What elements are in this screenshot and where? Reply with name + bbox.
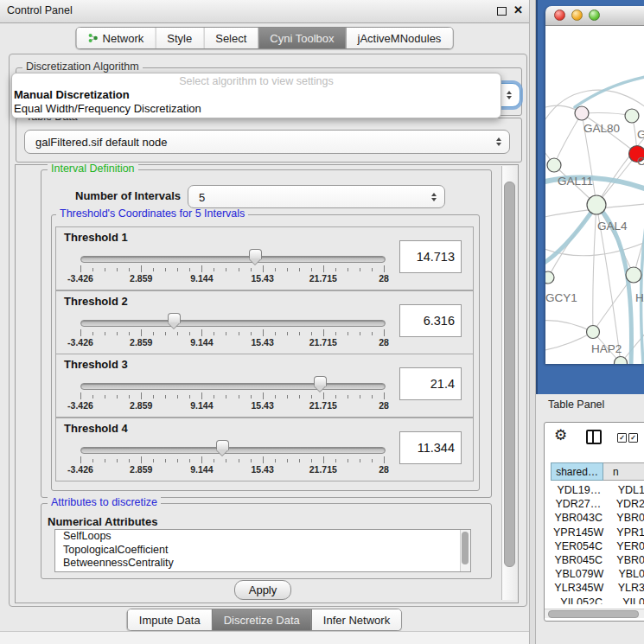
- table-cell[interactable]: YPR145W: [545, 526, 612, 539]
- attribute-item-topologicalcoefficient[interactable]: TopologicalCoefficient: [55, 544, 470, 558]
- table-panel-title: Table Panel: [548, 399, 604, 411]
- threshold-slider-track[interactable]: [80, 383, 386, 390]
- network-node-2[interactable]: [625, 109, 639, 123]
- network-node-1[interactable]: [575, 106, 589, 120]
- attributes-listbox[interactable]: SelfLoopsTopologicalCoefficientBetweenne…: [54, 529, 471, 572]
- slider-tick-labels: -3.4262.8599.14415.4321.71528: [80, 337, 384, 348]
- network-node-8[interactable]: [587, 326, 600, 339]
- tab-label: Network: [103, 32, 144, 45]
- number-of-intervals-combobox[interactable]: 5: [188, 185, 445, 208]
- threshold-value-field[interactable]: 14.713: [399, 240, 462, 273]
- threshold-value-field[interactable]: 6.316: [399, 304, 462, 337]
- list-scrollbar[interactable]: [460, 530, 470, 571]
- threshold-slider-track[interactable]: [80, 447, 386, 454]
- table-cell[interactable]: YBR043C: [545, 511, 612, 525]
- scrollbar-thumb[interactable]: [504, 182, 515, 567]
- tab-label: jActiveMNodules: [358, 32, 442, 45]
- checkbox-icon[interactable]: ✓: [617, 433, 627, 443]
- table-cell[interactable]: YDL1: [614, 483, 644, 497]
- network-node-5[interactable]: [587, 195, 606, 214]
- horizontal-scrollbar[interactable]: [545, 609, 644, 618]
- network-icon: [88, 33, 99, 43]
- network-window-titlebar: [545, 6, 644, 26]
- table-cell[interactable]: YDR27…: [545, 497, 612, 511]
- slider-ticks: [80, 392, 384, 399]
- table-cell[interactable]: YDR2: [612, 497, 644, 511]
- list-scrollbar-thumb[interactable]: [462, 532, 469, 564]
- network-node-7[interactable]: [626, 267, 641, 283]
- threshold-label: Threshold 3: [64, 358, 128, 371]
- table-row[interactable]: YDR27…YDR2: [545, 497, 644, 511]
- apply-button[interactable]: Apply: [234, 580, 291, 600]
- tab-label: Cyni Toolbox: [270, 32, 334, 45]
- table-row[interactable]: YIL052CYIL0: [545, 596, 644, 605]
- tab-jactivemnodules[interactable]: jActiveMNodules: [346, 28, 453, 48]
- threshold-value-field[interactable]: 11.344: [399, 431, 462, 464]
- threshold-slider-handle[interactable]: [168, 313, 181, 328]
- thresholds-group-title: Threshold's Coordinates for 5 Intervals: [56, 208, 248, 220]
- table-cell[interactable]: YBR0: [612, 553, 644, 567]
- table-cell[interactable]: YBR045C: [545, 553, 612, 567]
- table-cell[interactable]: YBR0: [612, 511, 644, 525]
- attribute-item-selfloops[interactable]: SelfLoops: [55, 530, 470, 544]
- table-cell[interactable]: YER054C: [545, 539, 612, 553]
- table-row[interactable]: YPR145WYPR1: [545, 526, 644, 539]
- threshold-panel-3: Threshold 3-3.4262.8599.14415.4321.71528…: [55, 354, 474, 418]
- threshold-slider-handle[interactable]: [314, 376, 327, 392]
- tab-network[interactable]: Network: [77, 28, 156, 48]
- tab-discretize-data[interactable]: Discretize Data: [212, 609, 311, 630]
- threshold-slider-track[interactable]: [80, 320, 386, 327]
- column-header-shared[interactable]: shared…: [551, 462, 603, 481]
- network-node-6[interactable]: [545, 271, 554, 284]
- columns-icon[interactable]: [586, 430, 602, 444]
- hscrollbar-thumb[interactable]: [548, 610, 639, 618]
- checkbox-icon[interactable]: ✓: [628, 433, 638, 443]
- node-label-ga: GA: [637, 128, 644, 141]
- table-cell[interactable]: YLR3: [614, 581, 644, 595]
- algorithm-option-manual-discretization[interactable]: Manual Discretization: [12, 88, 501, 102]
- vertical-scrollbar[interactable]: [501, 166, 517, 600]
- network-node-4[interactable]: [547, 158, 561, 172]
- minimize-button[interactable]: [571, 10, 583, 21]
- table-cell[interactable]: YBL0: [614, 567, 644, 581]
- column-header-n[interactable]: n: [603, 462, 644, 481]
- tab-infer-network[interactable]: Infer Network: [311, 609, 401, 630]
- tab-impute-data[interactable]: Impute Data: [128, 609, 212, 630]
- algorithm-options: Manual DiscretizationEqual Width/Frequen…: [12, 88, 501, 116]
- threshold-slider-handle[interactable]: [249, 249, 262, 265]
- close-icon[interactable]: ✕: [513, 3, 523, 16]
- table-data-combobox[interactable]: galFiltered.sif default node: [24, 130, 510, 154]
- tab-cyni-toolbox[interactable]: Cyni Toolbox: [258, 28, 345, 48]
- attribute-item-betweennesscentrality[interactable]: BetweennessCentrality: [55, 557, 470, 571]
- combo-arrows-icon: [496, 137, 501, 146]
- table-row[interactable]: YLR345WYLR3: [545, 581, 644, 595]
- table-cell[interactable]: YDL19…: [545, 483, 614, 497]
- threshold-value-field[interactable]: 21.4: [399, 367, 462, 400]
- table-cell[interactable]: YLR345W: [545, 581, 614, 595]
- tab-style[interactable]: Style: [155, 28, 203, 48]
- table-row[interactable]: YBR045CYBR0: [545, 553, 644, 567]
- close-button[interactable]: [554, 10, 565, 21]
- table-row[interactable]: YBR043CYBR0: [545, 511, 644, 525]
- gear-icon[interactable]: ⚙: [554, 426, 567, 444]
- table-cell[interactable]: YER0: [612, 539, 644, 553]
- table-cell[interactable]: YIL0: [618, 596, 644, 605]
- threshold-slider-track[interactable]: [80, 256, 386, 263]
- tab-select[interactable]: Select: [203, 28, 258, 48]
- threshold-slider-handle[interactable]: [216, 440, 229, 456]
- table-cell[interactable]: YBL079W: [545, 567, 614, 581]
- table-row[interactable]: YBL079WYBL0: [545, 567, 644, 581]
- table-row[interactable]: YER054CYER0: [545, 539, 644, 553]
- table-cell[interactable]: YPR1: [612, 526, 644, 539]
- algorithm-option-equal-width-frequency-discretization[interactable]: Equal Width/Frequency Discretization: [12, 102, 501, 116]
- threshold-panel-4: Threshold 4-3.4262.8599.14415.4321.71528…: [55, 418, 474, 481]
- panel-divider[interactable]: [529, 0, 536, 644]
- float-window-icon[interactable]: [497, 7, 507, 16]
- tab-label: Style: [167, 32, 192, 45]
- table-cell[interactable]: YIL052C: [545, 596, 618, 605]
- table-row[interactable]: YDL19…YDL1: [545, 483, 644, 497]
- panel-title: Control Panel: [7, 4, 73, 16]
- slider-tick-labels: -3.4262.8599.14415.4321.71528: [80, 464, 384, 475]
- zoom-button[interactable]: [589, 10, 600, 21]
- network-canvas[interactable]: GAL80GACGAL11GAL4GCY1HAHAP2: [545, 26, 644, 364]
